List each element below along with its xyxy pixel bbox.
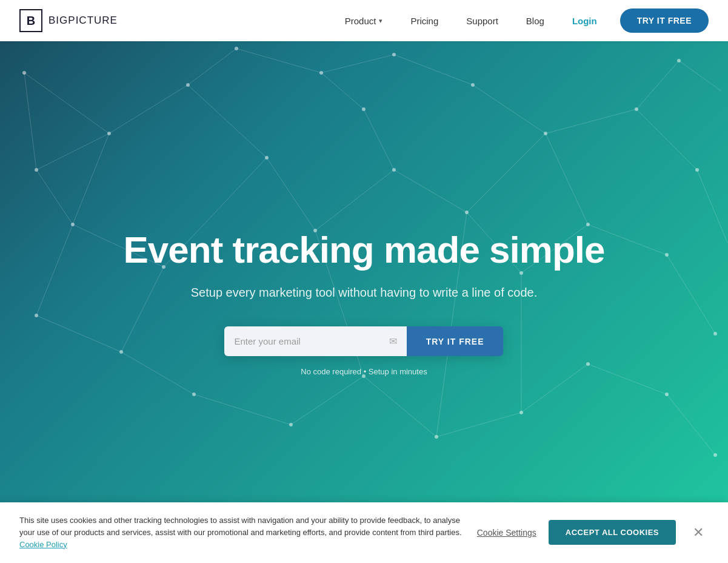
svg-line-0 [24,73,109,133]
svg-line-15 [667,255,715,334]
nav-product[interactable]: Product ▾ [334,11,394,31]
cookie-policy-link[interactable]: Cookie Policy [19,540,67,549]
email-icon: ✉ [389,335,397,347]
hero-subtitle: Setup every marketing tool without havin… [123,286,604,300]
hero-section: Event tracking made simple Setup every m… [0,0,728,563]
svg-line-35 [36,133,109,170]
chevron-down-icon: ▾ [379,17,382,25]
svg-line-33 [473,85,546,133]
navbar: B BIGPICTURE Product ▾ Pricing Support B… [0,0,728,41]
svg-point-53 [544,132,547,135]
svg-point-55 [695,168,699,172]
svg-line-7 [315,170,394,231]
svg-line-29 [188,49,236,85]
svg-point-71 [35,168,38,172]
svg-line-17 [36,315,121,352]
svg-line-1 [109,85,188,133]
svg-line-13 [546,133,588,224]
svg-point-63 [435,435,438,439]
cookie-close-button[interactable]: ✕ [688,522,709,543]
svg-line-9 [467,133,546,212]
nav-support[interactable]: Support [455,11,509,31]
svg-line-30 [236,49,321,73]
svg-point-69 [392,53,396,56]
svg-point-61 [289,423,293,426]
svg-point-45 [107,132,111,135]
svg-line-8 [394,170,467,212]
svg-line-3 [73,133,109,224]
logo-box: B [19,9,42,32]
hero-email-input[interactable] [234,326,384,356]
svg-line-16 [36,224,73,315]
svg-point-57 [665,253,669,257]
cookie-accept-button[interactable]: ACCEPT ALL COOKIES [549,520,676,545]
svg-line-12 [697,170,727,243]
svg-line-37 [636,61,679,109]
svg-line-23 [436,413,521,437]
svg-point-60 [192,393,196,396]
logo-letter: B [27,14,35,28]
cookie-settings-button[interactable]: Cookie Settings [477,528,536,538]
svg-line-26 [667,394,715,455]
cookie-text: This site uses cookies and other trackin… [19,514,465,551]
logo[interactable]: B BIGPICTURE [19,9,118,32]
svg-point-44 [22,71,26,75]
svg-line-10 [546,109,636,133]
hero-try-free-button[interactable]: TRY IT FREE [407,326,504,356]
svg-point-66 [665,393,669,396]
hero-title: Event tracking made simple [123,228,604,271]
svg-point-52 [465,211,469,214]
nav-pricing[interactable]: Pricing [399,11,449,31]
cookie-banner: This site uses cookies and other trackin… [0,502,728,563]
hero-content: Event tracking made simple Setup every m… [111,228,616,376]
svg-point-47 [265,156,269,160]
close-icon: ✕ [693,525,704,540]
svg-point-51 [392,168,396,172]
hero-email-input-wrap: ✉ [224,326,406,356]
svg-line-11 [636,109,697,170]
svg-line-6 [267,158,315,231]
svg-point-54 [635,107,638,111]
svg-line-31 [321,55,394,73]
svg-point-58 [35,314,38,317]
svg-point-74 [362,107,366,111]
svg-point-72 [677,59,681,62]
nav-blog[interactable]: Blog [515,11,555,31]
svg-point-70 [471,83,475,87]
svg-line-32 [394,55,473,85]
svg-line-21 [291,376,364,425]
hero-note: No code required • Setup in minutes [123,367,604,376]
svg-point-75 [713,332,717,335]
svg-point-48 [71,223,75,226]
svg-line-22 [364,376,436,437]
nav-links: Product ▾ Pricing Support Blog Login TRY… [334,8,709,33]
nav-login[interactable]: Login [561,11,608,31]
svg-point-56 [586,223,590,226]
svg-point-67 [235,47,238,50]
logo-text: BIGPICTURE [48,15,118,27]
svg-line-2 [188,85,267,158]
svg-line-42 [364,109,394,170]
svg-point-64 [519,411,523,414]
nav-try-free-button[interactable]: TRY IT FREE [620,8,709,33]
hero-email-form: ✉ TRY IT FREE [224,326,503,356]
svg-line-36 [36,170,73,224]
svg-point-46 [186,83,190,87]
svg-line-34 [24,73,36,170]
svg-line-43 [321,73,364,109]
svg-line-38 [679,61,721,91]
svg-point-68 [319,71,323,75]
svg-point-76 [713,453,717,457]
svg-line-20 [194,394,291,425]
